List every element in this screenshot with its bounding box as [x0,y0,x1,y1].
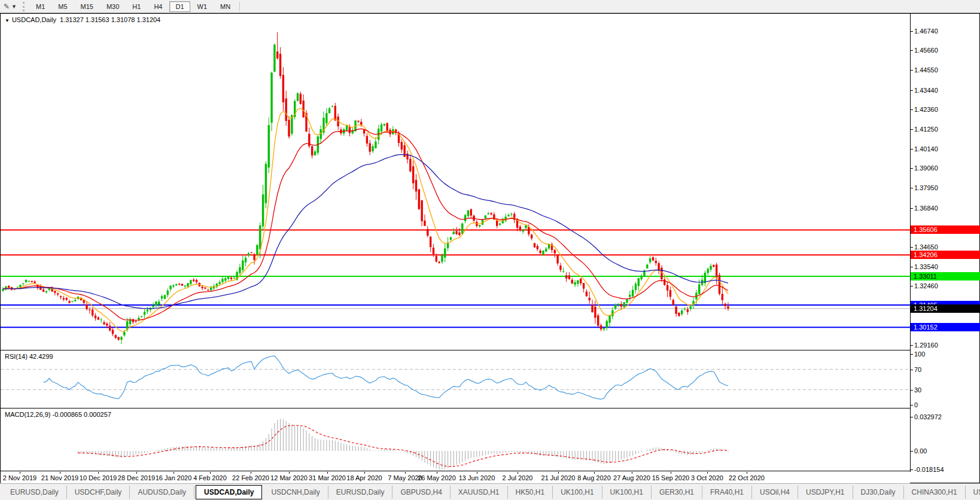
macd-canvas[interactable] [1,409,910,471]
price-tick-1.42360: 1.42360 [914,106,938,113]
timeframe-button-m5[interactable]: M5 [52,1,73,12]
tab-audusd-daily[interactable]: AUDUSD,Daily [130,486,194,499]
date-tickmark [327,472,328,474]
tab-ger30-h1[interactable]: GER30,H1 [652,486,702,499]
rsi-tick-30: 30 [914,386,921,394]
date-label: 31 Mar 2020 [309,474,346,481]
date-tickmark [437,472,437,474]
date-label: 22 Oct 2020 [729,474,765,481]
tab-fra40-h1[interactable]: FRA40,H1 [702,486,752,499]
tab-usdchf-daily[interactable]: USDCHF,Daily [67,486,130,499]
rsi-tick-70: 70 [914,366,921,373]
rsi-pane[interactable]: RSI(14) 42.4299 [1,351,910,408]
draw-tool-dropdown-icon[interactable]: ▼ [11,4,17,10]
tab-uk100-h1[interactable]: UK100,H1 [602,486,652,499]
toolbar-grip[interactable] [23,2,27,11]
tab-usoil-h4[interactable]: USOil,H4 [752,486,798,499]
date-tickmark [594,472,595,474]
tab-dj30-daily[interactable]: DJ30,Daily [853,486,904,499]
tab-gbpusd-h4[interactable]: GBPUSD,H4 [392,486,450,499]
price-tick-1.41250-tickmark [911,129,913,130]
date-tickmark [60,472,60,474]
moving-average-medium [3,129,728,320]
timeframe-button-w1[interactable]: W1 [191,1,214,12]
rsi-line [44,356,728,399]
chart-title: ▼USDCAD,Daily 1.31327 1.31563 1.31078 1.… [5,16,160,23]
rsi-canvas[interactable] [1,351,910,408]
main-chart-pane[interactable]: ▼USDCAD,Daily 1.31327 1.31563 1.31078 1.… [1,14,910,350]
price-tick-1.33540-tickmark [911,267,913,267]
symbol-tabs-bar: EURUSD,DailyUSDCHF,DailyAUDUSD,DailyUSDC… [0,483,980,500]
tab-eurusd-daily[interactable]: EURUSD,Daily [328,486,393,499]
date-label: 21 Jul 2020 [541,474,576,481]
price-tick-1.40140-tickmark [911,149,913,150]
price-tick-1.34650-tickmark [911,247,913,248]
macd-tick-0.032972: 0.032972 [914,413,942,420]
price-tick-1.42360-tickmark [911,109,913,110]
price-tick-1.33540: 1.33540 [914,263,938,270]
timeframe-button-mn[interactable]: MN [214,1,236,12]
date-label: 12 Mar 2020 [270,474,308,481]
draw-tool-icon[interactable]: ✎ [4,2,10,11]
tab-usdcad-daily[interactable]: USDCAD,Daily [196,485,262,499]
tab-usdcnh-daily[interactable]: USDCNH,Daily [263,486,328,499]
tab-china300-h1[interactable]: CHINA300,H1 [904,486,966,499]
date-label: 27 Aug 2020 [613,474,650,481]
price-tick-1.37950: 1.37950 [914,184,938,191]
date-label: 3 Oct 2020 [691,474,723,481]
chart-window: ▼USDCAD,Daily 1.31327 1.31563 1.31078 1.… [0,13,980,483]
macd-pane[interactable]: MACD(12,26,9) -0.000865 0.000257 [1,409,910,471]
level-price-label-1.30152: 1.30152 [911,323,980,331]
date-label: 4 Feb 2020 [193,474,227,481]
timeframe-button-m15[interactable]: M15 [75,1,99,12]
price-tick-1.44550: 1.44550 [914,66,938,74]
price-tick-1.37950-tickmark [911,188,913,188]
price-tick-1.36840: 1.36840 [914,205,938,212]
timeframe-button-m30[interactable]: M30 [101,1,125,12]
timeframe-button-m1[interactable]: M1 [30,1,51,12]
macd-tick-0.00: 0.00 [914,447,927,455]
tab-uk100-h1[interactable]: UK100,H1 [553,486,602,499]
date-label: 2 Nov 2019 [3,474,36,481]
tab-usoil-h1[interactable]: USOil,H1 [966,486,980,499]
date-label: 7 May 2020 [388,474,422,481]
date-label: 21 Nov 2019 [41,474,78,481]
level-price-label-1.35606: 1.35606 [911,225,980,234]
price-tick-1.43440: 1.43440 [914,87,938,94]
timeframe-button-h4[interactable]: H4 [148,1,168,12]
price-tick-1.36840-tickmark [911,208,913,209]
rsi-tick-70-tickmark [911,370,913,370]
date-label: 16 Jan 2020 [156,474,192,481]
price-tick-1.34650: 1.34650 [914,243,938,251]
candlestick-canvas[interactable] [1,14,910,350]
timeframe-button-h1[interactable]: H1 [126,1,147,12]
tab-hk50-h1[interactable]: HK50,H1 [508,486,553,499]
rsi-tick-0-tickmark [911,405,913,406]
level-price-label-1.33011: 1.33011 [911,272,980,281]
price-tick-1.44550-tickmark [911,70,913,71]
price-tick-1.45660: 1.45660 [914,47,938,54]
date-tickmark [671,472,671,474]
chart-dropdown-icon[interactable]: ▼ [5,18,10,23]
timeframe-button-d1[interactable]: D1 [169,1,190,12]
tab-usdjpy-h1[interactable]: USDJPY,H1 [798,486,853,499]
tab-eurusd-daily[interactable]: EURUSD,Daily [2,486,67,499]
rsi-tick-30-tickmark [911,390,913,391]
date-tickmark [98,472,99,474]
level-price-label-1.34206: 1.34206 [911,251,980,259]
date-label: 10 Dec 2019 [80,474,117,481]
price-tick-1.29160-tickmark [911,345,913,346]
date-label: 15 Sep 2020 [652,474,689,481]
price-tick-1.39060: 1.39060 [914,164,938,172]
price-tick-1.39060-tickmark [911,168,913,169]
rsi-tick-0: 0 [914,401,918,408]
tab-xauusd-h1[interactable]: XAUUSD,H1 [451,486,508,499]
date-tickmark [20,472,20,474]
date-tickmark [289,472,290,474]
level-price-label-1.31204: 1.31204 [911,304,980,313]
timeframe-buttons: M1M5M15M30H1H4D1W1MN [29,0,237,13]
price-tick-1.41250: 1.41250 [914,126,938,133]
timeframe-toolbar: ✎ ▼ M1M5M15M30H1H4D1W1MN [0,0,980,13]
date-tickmark [707,472,708,474]
date-tickmark [477,472,477,474]
